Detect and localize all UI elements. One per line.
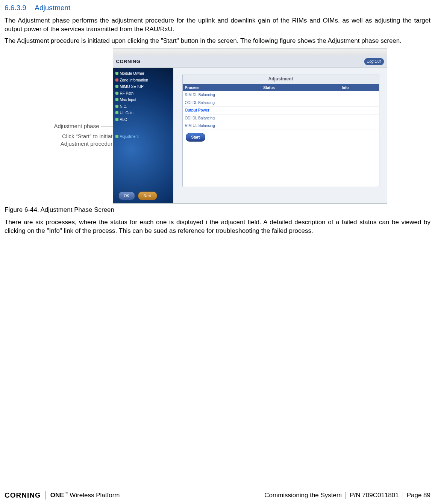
section-heading: 6.6.3.9 Adjustment — [5, 3, 430, 13]
table-row: RIM DL Balancing — [183, 91, 379, 99]
sidebar-item-adjustment[interactable]: Adjustment — [115, 133, 172, 140]
table-row: ODI DL Balancing — [183, 115, 379, 122]
sidebar-list: Module Owner Zone Information MIMO SETUP… — [113, 68, 173, 142]
figure-caption: Figure 6-44. Adjustment Phase Screen — [5, 206, 430, 214]
col-info: Info — [340, 84, 379, 92]
sidebar: Module Owner Zone Information MIMO SETUP… — [113, 68, 173, 203]
main-panel: Adjustment Process Status Info RIM DL Ba… — [173, 68, 387, 203]
col-status: Status — [261, 84, 340, 92]
process-table: Process Status Info RIM DL Balancing ODI… — [183, 84, 379, 130]
sidebar-item[interactable]: N.C. — [115, 103, 172, 110]
annotation-adjustment-phase: Adjustment phase — [48, 122, 116, 130]
sidebar-item[interactable]: UL Gain — [115, 110, 172, 116]
panel-title: Adjustment — [183, 74, 379, 84]
next-button[interactable]: Next — [138, 192, 157, 201]
sidebar-item[interactable]: ALC — [115, 116, 172, 123]
table-row: Output Power — [183, 107, 379, 115]
start-button[interactable]: Start — [186, 133, 206, 142]
table-row: RIM UL Balancing — [183, 122, 379, 130]
annotation-column: Adjustment phase Click “Start” to initia… — [48, 48, 116, 155]
adjustment-card: Adjustment Process Status Info RIM DL Ba… — [182, 74, 379, 187]
figure-wrapper: Adjustment phase Click “Start” to initia… — [5, 48, 430, 214]
brand-bar: CORNING Log Out — [113, 55, 387, 68]
window-titlebar — [113, 48, 387, 55]
sidebar-item[interactable]: MIMO SETUP — [115, 83, 172, 90]
paragraph-1: The Adjustment phase performs the adjust… — [5, 17, 430, 34]
table-header: Process Status Info — [183, 84, 379, 92]
sidebar-item[interactable]: RF Path — [115, 90, 172, 97]
wizard-buttons: OK Next — [118, 192, 157, 201]
col-process: Process — [183, 84, 261, 92]
section-number: 6.6.3.9 — [5, 4, 26, 12]
sidebar-item[interactable]: Module Owner — [115, 70, 172, 77]
annotation-click-start: Click “Start” to initiate Adjustment pro… — [48, 133, 116, 155]
paragraph-3: There are six processes, where the statu… — [5, 218, 430, 235]
screenshot-window: CORNING Log Out Module Owner Zone Inform… — [113, 48, 387, 204]
section-title: Adjustment — [35, 4, 70, 12]
brand-logo: CORNING — [116, 58, 141, 65]
ok-button[interactable]: OK — [118, 192, 135, 201]
sidebar-item[interactable]: Zone Information — [115, 77, 172, 84]
sidebar-item[interactable]: Max Input — [115, 97, 172, 103]
logout-button[interactable]: Log Out — [364, 58, 384, 65]
table-row: ODI DL Balancing — [183, 99, 379, 107]
paragraph-2: The Adjustment procedure is initiated up… — [5, 37, 430, 45]
